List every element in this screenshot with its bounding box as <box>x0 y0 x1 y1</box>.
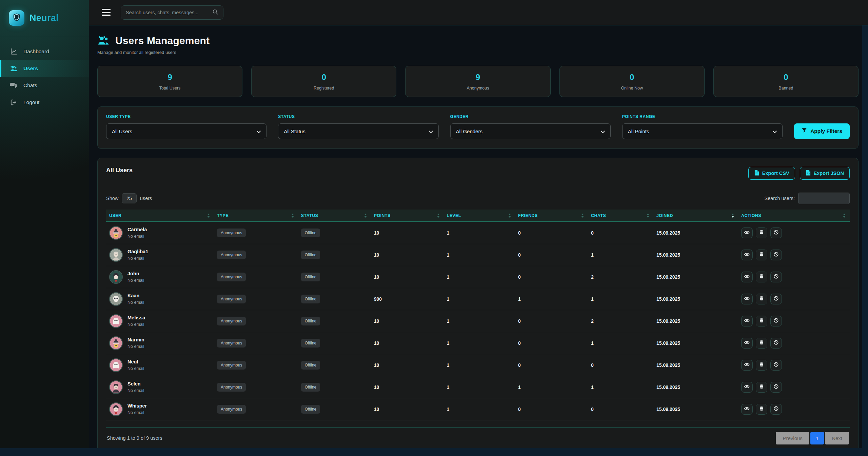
adjust-points-button[interactable] <box>756 227 767 238</box>
points-value: 10 <box>371 222 444 244</box>
filter-select[interactable]: All Genders <box>450 123 611 139</box>
previous-page-button[interactable]: Previous <box>776 432 809 444</box>
page-number-button[interactable]: 1 <box>810 432 824 444</box>
sort-arrows-icon[interactable] <box>437 214 440 218</box>
sort-arrows-icon[interactable] <box>364 214 367 218</box>
export-csv-button[interactable]: Export CSV <box>748 167 795 180</box>
filter-select[interactable]: All Users <box>106 123 267 139</box>
view-user-button[interactable] <box>741 294 753 304</box>
sort-arrows-icon[interactable] <box>581 214 584 218</box>
sidebar-item-logout[interactable]: Logout <box>0 94 89 111</box>
column-header-points[interactable]: POINTS <box>371 210 444 222</box>
stat-card: 0 Online Now <box>559 66 705 97</box>
joined-date: 15.09.2025 <box>653 332 738 354</box>
view-user-button[interactable] <box>741 404 753 415</box>
sidebar-item-label: Users <box>23 65 38 72</box>
table-row: Kaan No email Anonymous Offline 900 1 1 … <box>106 288 850 310</box>
view-user-button[interactable] <box>741 338 753 349</box>
ban-icon <box>773 230 779 236</box>
view-user-button[interactable] <box>741 316 753 326</box>
export-json-button[interactable]: Export JSON <box>800 167 850 180</box>
view-user-button[interactable] <box>741 382 753 393</box>
view-user-button[interactable] <box>741 227 753 238</box>
ban-user-button[interactable] <box>770 316 782 326</box>
sort-arrows-icon[interactable] <box>508 214 511 218</box>
eye-icon <box>744 252 750 258</box>
user-name: Kaan <box>127 293 144 298</box>
column-header-label: CHATS <box>591 213 606 218</box>
view-user-button[interactable] <box>741 360 753 371</box>
filter-select-value: All Users <box>112 128 132 134</box>
search-icon[interactable] <box>212 9 218 16</box>
joined-date: 15.09.2025 <box>653 376 738 398</box>
filter-field: STATUS All Status <box>278 114 438 139</box>
sidebar-item-dashboard[interactable]: Dashboard <box>0 43 89 60</box>
sort-arrows-icon[interactable] <box>647 214 649 218</box>
filter-select[interactable]: All Status <box>278 123 438 139</box>
coins-icon <box>759 384 764 390</box>
adjust-points-button[interactable] <box>756 360 767 371</box>
main-area: Users Management Manage and monitor all … <box>89 0 868 448</box>
row-actions <box>741 382 846 393</box>
table-row: Whisper No email Anonymous Offline 10 1 … <box>106 398 850 420</box>
ban-user-button[interactable] <box>770 404 782 415</box>
ban-user-button[interactable] <box>770 294 782 304</box>
sidebar-item-users[interactable]: Users <box>0 60 89 77</box>
filter-select[interactable]: All Points <box>622 123 783 139</box>
sort-arrows-icon[interactable] <box>291 214 294 218</box>
global-search-input[interactable] <box>126 10 209 15</box>
next-page-button[interactable]: Next <box>825 432 849 444</box>
eye-icon <box>744 384 750 390</box>
view-user-button[interactable] <box>741 250 753 260</box>
sort-arrows-icon[interactable] <box>207 214 210 218</box>
hamburger-menu-icon[interactable] <box>102 9 111 16</box>
column-header-type[interactable]: TYPE <box>214 210 298 222</box>
chats-value: 2 <box>588 266 653 288</box>
brand-name: Neural <box>29 13 59 23</box>
row-actions <box>741 272 846 282</box>
results-summary: Showing 1 to 9 of 9 users <box>107 435 162 441</box>
adjust-points-button[interactable] <box>756 316 767 326</box>
ban-user-button[interactable] <box>770 227 782 238</box>
column-header-label: LEVEL <box>447 213 461 218</box>
adjust-points-button[interactable] <box>756 404 767 415</box>
table-row: Selen No email Anonymous Offline 10 1 1 … <box>106 376 850 398</box>
ban-user-button[interactable] <box>770 338 782 349</box>
type-badge: Anonymous <box>217 295 246 303</box>
adjust-points-button[interactable] <box>756 250 767 260</box>
coins-icon <box>759 340 764 346</box>
column-header-status[interactable]: STATUS <box>298 210 371 222</box>
users-table: USER TYPE STATUS POINTS <box>106 210 850 420</box>
column-header-actions[interactable]: ACTIONS <box>738 210 850 222</box>
column-header-level[interactable]: LEVEL <box>444 210 515 222</box>
sidebar-item-chats[interactable]: Chats <box>0 77 89 94</box>
file-csv-icon <box>754 170 759 177</box>
filter-label: GENDER <box>450 114 611 119</box>
page-size-select[interactable]: 25 <box>122 193 137 203</box>
adjust-points-button[interactable] <box>756 382 767 393</box>
adjust-points-button[interactable] <box>756 294 767 304</box>
friends-value: 0 <box>515 266 588 288</box>
type-badge: Anonymous <box>217 339 246 348</box>
user-name: Neul <box>127 359 144 364</box>
type-badge: Anonymous <box>217 229 246 237</box>
ban-user-button[interactable] <box>770 360 782 371</box>
ban-user-button[interactable] <box>770 250 782 260</box>
column-header-chats[interactable]: CHATS <box>588 210 653 222</box>
apply-filters-button[interactable]: Apply Filters <box>794 123 850 139</box>
user-email: No email <box>127 366 144 371</box>
column-header-friends[interactable]: FRIENDS <box>515 210 588 222</box>
avatar <box>109 292 123 306</box>
view-user-button[interactable] <box>741 272 753 282</box>
sort-arrows-icon[interactable] <box>843 214 846 218</box>
ban-user-button[interactable] <box>770 272 782 282</box>
adjust-points-button[interactable] <box>756 338 767 349</box>
show-label: Show <box>106 196 118 201</box>
table-search-input[interactable] <box>798 193 850 204</box>
column-header-joined[interactable]: JOINED <box>653 210 738 222</box>
level-value: 1 <box>444 266 515 288</box>
adjust-points-button[interactable] <box>756 272 767 282</box>
ban-user-button[interactable] <box>770 382 782 393</box>
sort-arrows-icon[interactable] <box>731 214 734 218</box>
column-header-user[interactable]: USER <box>106 210 214 222</box>
